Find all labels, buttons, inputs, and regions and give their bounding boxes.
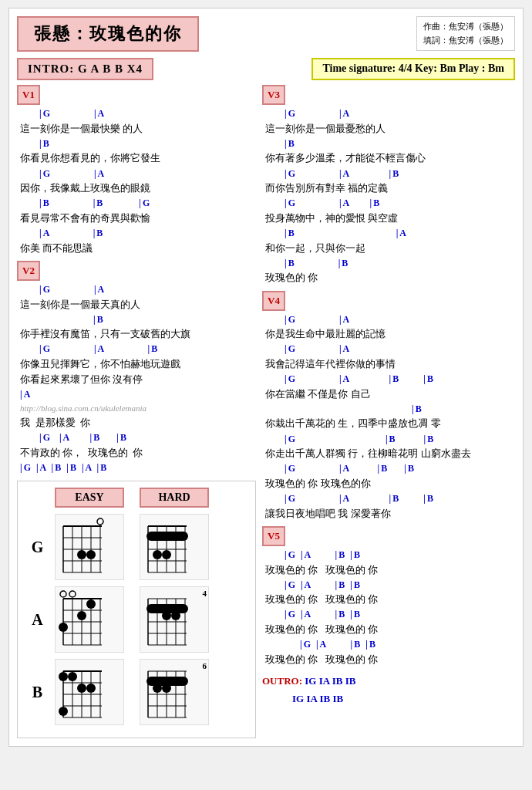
g-hard-diagram bbox=[140, 514, 209, 580]
easy-label: EASY bbox=[55, 488, 124, 508]
v5-lyric3: 玫瑰色的 你 玫瑰色的 你 bbox=[262, 622, 515, 637]
credit2: 填詞：焦安溥（張懸） bbox=[423, 34, 508, 48]
v1-lyric4: 看見尋常不會有的奇異與歡愉 bbox=[17, 211, 256, 226]
v1-chord4: |B |B |G bbox=[17, 196, 256, 211]
outro-line1: OUTRO: IG IA IB IB bbox=[262, 672, 515, 690]
a-chord-name: A bbox=[24, 611, 51, 629]
v4-chord3: |G |A |B |B bbox=[262, 372, 515, 387]
v4-lyric7: 讓我日夜地唱吧 我 深愛著你 bbox=[262, 506, 515, 522]
v5-lyric1: 玫瑰色的 你 玫瑰色的 你 bbox=[262, 562, 515, 578]
g-chord-grids bbox=[55, 514, 209, 580]
outro-section: OUTRO: IG IA IB IB IG IA IB IB bbox=[262, 672, 515, 708]
v3-lyric1: 這一刻你是一個最憂愁的人 bbox=[262, 121, 515, 137]
v4-lyric6: 玫瑰色的 你 玫瑰色的你 bbox=[262, 476, 515, 491]
v1-lyric2: 你看見你想看見的，你將它發生 bbox=[17, 150, 256, 166]
v1-lyric5: 你美 而不能思議 bbox=[17, 241, 256, 256]
g-easy-diagram bbox=[55, 514, 124, 580]
v5-chord2: |G |A |B |B bbox=[262, 578, 515, 592]
svg-point-25 bbox=[162, 550, 171, 559]
v3-chord6: |B |B bbox=[262, 256, 515, 271]
v3-lyric3: 而你告別所有對幸 福的定義 bbox=[262, 181, 515, 196]
svg-point-64 bbox=[59, 672, 68, 681]
v3-chord5: |B |A bbox=[262, 226, 515, 241]
v2-lyric5: 我 是那樣愛 你 bbox=[17, 415, 256, 430]
v3-chord1: |G |A bbox=[262, 106, 515, 121]
v2-chord5: |G |A |B |B bbox=[17, 430, 256, 445]
svg-point-52 bbox=[162, 611, 171, 620]
svg-point-68 bbox=[59, 707, 68, 716]
outro-chords2: IG IA IB IB bbox=[292, 693, 343, 704]
svg-point-53 bbox=[171, 611, 180, 620]
v4-chord5: |G |B |B bbox=[262, 432, 515, 447]
v1-chord5: |A |B bbox=[17, 226, 256, 241]
svg-point-10 bbox=[97, 518, 103, 525]
v2-lyric1: 這一刻你是一個最天真的人 bbox=[17, 297, 256, 312]
hard-label: HARD bbox=[140, 488, 209, 508]
v4-chord2: |G |A bbox=[262, 342, 515, 356]
svg-point-40 bbox=[59, 623, 68, 632]
info-bar: INTRO: G A B B X4 Time signature: 4/4 Ke… bbox=[17, 58, 515, 80]
v3-lyric5: 和你一起，只與你一起 bbox=[262, 241, 515, 256]
b-hard-fret: 6 bbox=[203, 661, 207, 670]
svg-point-81 bbox=[162, 684, 171, 693]
svg-point-37 bbox=[69, 591, 76, 597]
time-key-box: Time signature: 4/4 Key: Bm Play : Bm bbox=[311, 58, 515, 80]
svg-point-12 bbox=[86, 550, 96, 559]
svg-point-24 bbox=[153, 550, 162, 559]
watermark-line: http://blog.sina.com.cn/ukulelemania bbox=[17, 402, 256, 415]
v5-chord1: |G |A |B |B bbox=[262, 548, 515, 562]
verse-v1: V1 |G |A 這一刻你是一個最快樂 的人 |B 你看見你想看見的，你將它發生… bbox=[17, 85, 256, 256]
b-easy-diagram bbox=[55, 659, 124, 725]
g-chord-name: G bbox=[24, 538, 51, 556]
v1-lyric1: 這一刻你是一個最快樂 的人 bbox=[17, 121, 256, 137]
outro-label: OUTRO: bbox=[262, 675, 302, 687]
v5-chord4: |G |A |B |B bbox=[262, 637, 515, 652]
outro-chords1: IG IA IB IB bbox=[305, 675, 355, 687]
v2-lyric3: 你像丑兒揮舞它，你不怕赫地玩遊戲 bbox=[17, 356, 256, 372]
song-title: 張懸：玫瑰色的你 bbox=[17, 16, 199, 52]
svg-point-11 bbox=[77, 550, 86, 559]
svg-point-66 bbox=[77, 684, 86, 693]
svg-point-65 bbox=[68, 672, 77, 681]
v5-lyric4: 玫瑰色的 你 玫瑰色的 你 bbox=[262, 652, 515, 667]
v2-chord3: |G |A |B bbox=[17, 342, 256, 356]
v1-label: V1 bbox=[17, 85, 40, 105]
intro-box: INTRO: G A B B X4 bbox=[17, 58, 153, 80]
v3-chord2: |B bbox=[262, 137, 515, 151]
g-chord-row: G bbox=[24, 514, 249, 580]
b-hard-diagram: 6 bbox=[140, 659, 209, 725]
v4-chord4: |B bbox=[262, 402, 515, 417]
v4-label: V4 bbox=[262, 291, 285, 311]
v3-chord3: |G |A |B bbox=[262, 167, 515, 181]
v3-label: V3 bbox=[262, 85, 285, 105]
v4-lyric2: 我會記得這年代裡你做的事情 bbox=[262, 356, 515, 372]
chord-diagram-header: EASY HARD bbox=[24, 488, 249, 508]
outro-line2: IG IA IB IB bbox=[262, 690, 515, 707]
v2-chord4: |A bbox=[17, 387, 256, 402]
v4-lyric1: 你是我生命中最壯麗的記憶 bbox=[262, 326, 515, 342]
v1-lyric3: 因你，我像戴上玫瑰色的眼鏡 bbox=[17, 181, 256, 196]
v3-chord4: |G |A |B bbox=[262, 196, 515, 211]
svg-point-80 bbox=[153, 684, 162, 693]
v4-lyric4: 你栽出千萬花的 生，四季中盛放也凋 零 bbox=[262, 416, 515, 431]
content-area: V1 |G |A 這一刻你是一個最快樂 的人 |B 你看見你想看見的，你將它發生… bbox=[17, 85, 515, 738]
v3-lyric6: 玫瑰色的 你 bbox=[262, 270, 515, 285]
v2-label: V2 bbox=[17, 261, 40, 281]
v2-lyric2: 你手裡沒有魔笛，只有一支破舊的大旗 bbox=[17, 326, 256, 342]
chord-diagrams-section: EASY HARD G bbox=[17, 481, 256, 738]
v4-lyric5: 你走出千萬人群獨 行，往柳暗花明 山窮水盡去 bbox=[262, 446, 515, 461]
a-easy-diagram bbox=[55, 586, 124, 653]
main-container: 張懸：玫瑰色的你 作曲：焦安溥（張懸） 填詞：焦安溥（張懸） INTRO: G … bbox=[8, 8, 524, 747]
a-chord-grids: 4 bbox=[55, 586, 209, 653]
svg-point-38 bbox=[77, 611, 86, 620]
credit1: 作曲：焦安溥（張懸） bbox=[423, 20, 508, 34]
verse-v2: V2 |G |A 這一刻你是一個最天真的人 |B 你手裡沒有魔笛，只有一支破舊的… bbox=[17, 261, 256, 475]
verse-v3: V3 |G |A 這一刻你是一個最憂愁的人 |B 你有著多少溫柔，才能從不輕言傷… bbox=[262, 85, 515, 286]
svg-rect-23 bbox=[146, 532, 188, 541]
v3-lyric4: 投身萬物中，神的愛恨 與空虛 bbox=[262, 211, 515, 226]
v4-lyric3: 你在當繼 不僅是你 自己 bbox=[262, 387, 515, 402]
b-chord-row: B bbox=[24, 659, 249, 725]
a-chord-row: A bbox=[24, 586, 249, 653]
v1-chord3: |G |A bbox=[17, 167, 256, 181]
svg-point-39 bbox=[86, 599, 96, 609]
